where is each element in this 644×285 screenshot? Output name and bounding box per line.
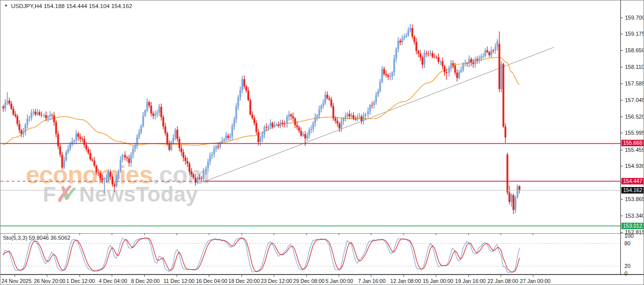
time-tick-mark [274,275,274,277]
time-axis-label: 7 Jan 16:00 [358,278,385,284]
time-axis-label: 27 Jan 00:00 [520,278,550,284]
price-tick-mark [621,50,623,51]
time-tick-mark [501,233,501,235]
price-tick-mark [621,18,623,18]
time-tick-mark [79,233,80,235]
time-tick-mark [468,233,469,235]
stochastic-indicator-label: Sto(5,3,3) 59.8046 36.5062 [3,235,70,241]
time-axis-label: 12 Jan 08:00 [390,278,421,284]
price-tick-mark [621,166,623,166]
time-tick-mark [533,233,533,235]
price-tick-mark [621,216,623,216]
time-tick-mark [209,275,209,277]
time-tick-mark [112,275,112,277]
time-tick-mark [209,233,209,235]
price-chart-canvas[interactable] [1,1,620,233]
price-tick-mark [621,100,623,101]
time-tick-mark [112,233,112,235]
chart-header: ▼ USDJPY,H4 154.188 154.444 154.104 154.… [4,3,132,9]
price-tick-label: 159.700 [625,15,644,21]
time-tick-mark [144,233,145,235]
resistance-price-badge: 155.668 [621,140,644,146]
symbol-dropdown-arrow[interactable]: ▼ [4,4,8,8]
time-tick-mark [144,275,145,277]
time-tick-mark [306,233,307,235]
price-tick-label: 155.995 [625,130,644,136]
price-tick-label: 156.520 [625,114,644,120]
time-tick-mark [339,233,339,235]
price-tick-label: 158.650 [625,47,644,53]
time-tick-mark [371,275,371,277]
price-tick-mark [621,150,623,150]
time-axis-label: 4 Dec 04:00 [99,278,127,284]
price-tick-label: 155.455 [625,147,644,153]
time-tick-mark [15,275,15,277]
price-tick-label: 158.110 [625,64,644,70]
sto-axis-label: 80 [624,240,630,246]
time-tick-mark [242,275,242,277]
time-axis-label: 19 Jan 16:00 [455,278,486,284]
time-tick-mark [274,233,274,235]
time-tick-mark [468,275,469,277]
time-axis-label: 16 Dec 04:00 [196,278,227,284]
time-tick-mark [404,275,404,277]
time-tick-mark [404,233,404,235]
time-axis-label: 24 Nov 2025 [2,278,32,284]
symbol-ohlc-info: USDJPY,H4 154.188 154.444 154.104 154.16… [11,3,132,9]
price-tick-label: 157.045 [625,97,644,103]
time-axis-label: 29 Dec 08:00 [293,278,325,284]
price-axis-line [620,1,621,274]
support-price-badge: 154.447 [621,178,644,184]
time-tick-mark [79,275,80,277]
price-tick-label: 153.340 [625,213,644,219]
time-tick-mark [47,275,47,277]
price-tick-mark [621,133,623,133]
time-axis-label: 22 Jan 08:00 [488,278,518,284]
price-tick-mark [621,34,623,34]
time-tick-mark [533,275,533,277]
trading-chart-window: economies.com F✗✓NewsToday ▼ USDJPY,H4 1… [0,0,644,285]
price-tick-label: 154.930 [625,163,644,169]
price-tick-mark [621,199,623,200]
time-tick-mark [306,275,307,277]
stochastic-canvas[interactable] [1,234,620,274]
time-axis-label: 18 Dec 20:00 [228,278,260,284]
time-tick-mark [47,233,47,235]
time-axis-label: 15 Jan 00:00 [423,278,453,284]
time-tick-mark [501,275,501,277]
time-tick-mark [371,233,371,235]
sto-axis-label: 100 [624,233,633,239]
price-tick-mark [621,83,623,84]
price-tick-mark [621,117,623,117]
time-tick-mark [177,233,177,235]
price-tick-mark [621,232,623,233]
time-axis: 24 Nov 202526 Nov 20:001 Dec 12:004 Dec … [1,275,644,285]
time-tick-mark [15,233,15,235]
time-axis-label: 26 Nov 20:00 [34,278,65,284]
time-tick-mark [339,275,339,277]
time-tick-mark [436,233,436,235]
time-tick-mark [177,275,177,277]
price-tick-label: 157.585 [625,80,644,86]
time-axis-label: 11 Dec 12:00 [164,278,195,284]
time-axis-label: 5 Jan 00:00 [326,278,353,284]
price-tick-mark [621,67,623,67]
time-axis-label: 8 Dec 20:00 [131,278,160,284]
time-axis-label: 23 Dec 12:00 [261,278,292,284]
sto-axis-label: 0 [624,270,627,276]
panel-separator-top[interactable] [1,233,644,234]
time-tick-mark [436,275,436,277]
current-price-badge: 154.162 [621,187,644,194]
sto-axis-label: 20 [624,263,630,269]
target-price-badge: 153.012 [621,223,644,229]
price-tick-label: 153.865 [625,196,644,202]
time-tick-mark [242,233,242,235]
time-axis-label: 1 Dec 12:00 [66,278,95,284]
price-tick-label: 159.175 [625,31,644,37]
